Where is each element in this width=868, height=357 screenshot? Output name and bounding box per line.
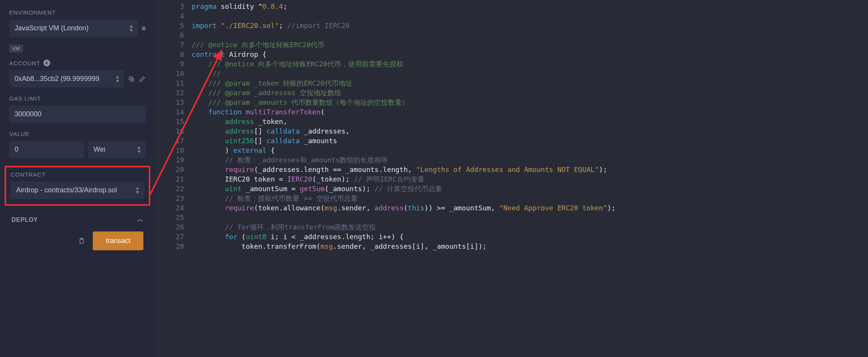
chevron-updown-icon (138, 145, 140, 154)
chevron-updown-icon (130, 24, 133, 32)
contract-highlight-box: CONTRACT Airdrop - contracts/33/Airdrop.… (5, 166, 150, 206)
environment-label: ENVIRONMENT (9, 9, 146, 16)
vm-badge: VM (9, 45, 23, 53)
deploy-toggle[interactable]: DEPLOY ︿ (9, 213, 146, 227)
environment-value: JavaScript VM (London) (15, 24, 89, 32)
info-icon[interactable]: i (142, 26, 146, 30)
line-number-gutter: 3456789101112131415161718192021222324252… (155, 0, 192, 357)
contract-label: CONTRACT (11, 171, 146, 178)
gas-limit-input[interactable]: 3000000 (9, 106, 146, 123)
contract-select[interactable]: Airdrop - contracts/33/Airdrop.sol (11, 182, 144, 199)
transact-button[interactable]: transact (93, 231, 143, 250)
value-unit-select[interactable]: Wei (88, 141, 146, 158)
chevron-updown-icon (116, 75, 119, 83)
code-content: pragma solidity ^0.8.4; import "./IERC20… (192, 0, 868, 357)
value-label: VALUE (9, 131, 146, 137)
chevron-updown-icon (136, 186, 139, 194)
deploy-panel: ENVIRONMENT JavaScript VM (London) i VM … (0, 0, 155, 357)
gas-limit-label: GAS LIMIT (9, 95, 146, 102)
environment-select[interactable]: JavaScript VM (London) (9, 20, 138, 37)
account-select[interactable]: 0xAb8...35cb2 (99.9999999 (9, 70, 124, 88)
account-label: ACCOUNT + (9, 60, 146, 66)
copy-account-icon[interactable] (128, 76, 135, 83)
edit-account-icon[interactable] (139, 76, 146, 83)
code-editor[interactable]: 3456789101112131415161718192021222324252… (155, 0, 868, 357)
account-value: 0xAb8...35cb2 (99.9999999 (15, 75, 99, 83)
add-account-icon[interactable]: + (43, 60, 50, 66)
chevron-up-icon: ︿ (137, 216, 144, 224)
value-amount-input[interactable]: 0 (9, 141, 84, 158)
clipboard-icon[interactable] (78, 238, 85, 245)
